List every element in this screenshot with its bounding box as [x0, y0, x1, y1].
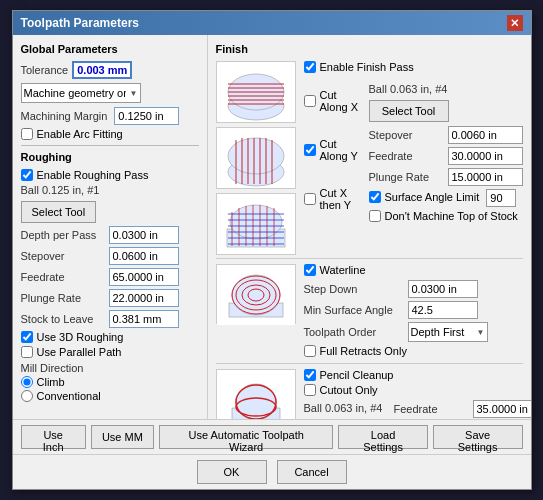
stock-to-leave-label: Stock to Leave — [21, 313, 106, 325]
save-settings-button[interactable]: Save Settings — [433, 425, 523, 449]
machine-geometry-row: Machine geometry only — [21, 83, 199, 103]
climb-radio[interactable] — [21, 376, 33, 388]
depth-per-pass-input[interactable] — [109, 226, 179, 244]
pencil-row: Pencil Cleanup Cutout Only Ball 0.063 in… — [216, 369, 523, 419]
waterline-image — [216, 264, 296, 324]
use-automatic-wizard-button[interactable]: Use Automatic Toolpath Wizard — [159, 425, 334, 449]
conventional-radio[interactable] — [21, 390, 33, 402]
cut-x-then-y-label: Cut X then Y — [320, 187, 361, 211]
pencil-feedrate-label: Feedrate — [394, 403, 469, 415]
pencil-ball-label: Ball 0.063 in, #4 — [304, 402, 384, 414]
pencil-feedrate-input[interactable] — [473, 400, 531, 418]
roughing-stepover-input[interactable] — [109, 247, 179, 265]
finish-ball-label: Ball 0.063 in, #4 — [369, 83, 523, 95]
conventional-label: Conventional — [37, 390, 101, 402]
finish-stepover-row: Stepover — [369, 126, 523, 144]
cut-along-y-checkbox[interactable] — [304, 144, 316, 156]
cutout-only-checkbox[interactable] — [304, 384, 316, 396]
enable-arc-fitting-checkbox[interactable] — [21, 128, 33, 140]
pencil-section: Pencil Cleanup Cutout Only Ball 0.063 in… — [216, 363, 523, 419]
enable-roughing-label: Enable Roughing Pass — [37, 169, 149, 181]
use-inch-button[interactable]: Use Inch — [21, 425, 86, 449]
roughing-stepover-label: Stepover — [21, 250, 106, 262]
waterline-section: Waterline Step Down Min Surface Angle To… — [216, 258, 523, 360]
full-retracts-checkbox[interactable] — [304, 345, 316, 357]
finish-controls: Enable Finish Pass Cut Along X Cut Along — [304, 61, 523, 255]
min-surface-angle-row: Min Surface Angle — [304, 301, 523, 319]
surface-angle-value-input[interactable] — [486, 189, 516, 207]
cut-x-then-y-row: Cut X then Y — [304, 187, 361, 211]
cutout-only-row: Cutout Only — [304, 384, 531, 396]
roughing-plunge-row: Plunge Rate — [21, 289, 199, 307]
tolerance-input[interactable] — [72, 61, 132, 79]
toolpath-order-dropdown[interactable]: Depth First Breadth First — [408, 322, 488, 342]
climb-radio-row: Climb — [21, 376, 199, 388]
enable-finish-pass-label: Enable Finish Pass — [320, 61, 414, 73]
enable-finish-pass-checkbox[interactable] — [304, 61, 316, 73]
finish-plunge-row: Plunge Rate — [369, 168, 523, 186]
machining-margin-input[interactable] — [114, 107, 179, 125]
tolerance-row: Tolerance — [21, 61, 199, 79]
cut-x-then-y-checkbox[interactable] — [304, 193, 316, 205]
toolpath-order-dropdown-wrapper: Depth First Breadth First — [408, 322, 488, 342]
use-3d-roughing-checkbox[interactable] — [21, 331, 33, 343]
stock-to-leave-input[interactable] — [109, 310, 179, 328]
toolpath-order-label: Toolpath Order — [304, 326, 404, 338]
roughing-plunge-label: Plunge Rate — [21, 292, 106, 304]
step-down-input[interactable] — [408, 280, 478, 298]
use-mm-button[interactable]: Use MM — [91, 425, 154, 449]
dont-machine-top-checkbox[interactable] — [369, 210, 381, 222]
toolpath-parameters-dialog: Toolpath Parameters ✕ Global Parameters … — [12, 10, 532, 490]
waterline-checkbox[interactable] — [304, 264, 316, 276]
main-content: Global Parameters Tolerance Machine geom… — [13, 35, 531, 419]
roughing-stepover-row: Stepover — [21, 247, 199, 265]
finish-plunge-input[interactable] — [448, 168, 523, 186]
title-bar: Toolpath Parameters ✕ — [13, 11, 531, 35]
pencil-image — [216, 369, 296, 419]
roughing-section-title: Roughing — [21, 151, 199, 163]
full-retracts-row: Full Retracts Only — [304, 345, 523, 357]
roughing-feedrate-label: Feedrate — [21, 271, 106, 283]
waterline-checkbox-row: Waterline — [304, 264, 523, 276]
close-button[interactable]: ✕ — [507, 15, 523, 31]
use-parallel-path-label: Use Parallel Path — [37, 346, 122, 358]
waterline-label: Waterline — [320, 264, 366, 276]
finish-select-tool-button[interactable]: Select Tool — [369, 100, 449, 122]
finish-area: Enable Finish Pass Cut Along X Cut Along — [216, 61, 523, 255]
surface-angle-limit-checkbox[interactable] — [369, 191, 381, 203]
climb-label: Climb — [37, 376, 65, 388]
pencil-cleanup-label: Pencil Cleanup — [320, 369, 394, 381]
waterline-controls: Waterline Step Down Min Surface Angle To… — [304, 264, 523, 360]
cancel-button[interactable]: Cancel — [277, 460, 347, 484]
roughing-feedrate-row: Feedrate — [21, 268, 199, 286]
use-parallel-path-row: Use Parallel Path — [21, 346, 199, 358]
finish-feedrate-input[interactable] — [448, 147, 523, 165]
roughing-select-tool-button[interactable]: Select Tool — [21, 201, 97, 223]
surface-angle-limit-label: Surface Angle Limit — [385, 191, 480, 203]
right-panel: Finish — [208, 35, 531, 419]
finish-stepover-label: Stepover — [369, 129, 444, 141]
depth-per-pass-label: Depth per Pass — [21, 229, 106, 241]
cut-along-y-label: Cut Along Y — [320, 138, 361, 162]
min-surface-angle-input[interactable] — [408, 301, 478, 319]
pencil-cleanup-checkbox[interactable] — [304, 369, 316, 381]
conventional-radio-row: Conventional — [21, 390, 199, 402]
mill-direction-label: Mill Direction — [21, 362, 199, 374]
ok-button[interactable]: OK — [197, 460, 267, 484]
step-down-row: Step Down — [304, 280, 523, 298]
machining-margin-row: Machining Margin — [21, 107, 199, 125]
use-parallel-path-checkbox[interactable] — [21, 346, 33, 358]
load-settings-button[interactable]: Load Settings — [338, 425, 427, 449]
dont-machine-top-row: Don't Machine Top of Stock — [369, 210, 523, 222]
cut-along-x-image — [216, 61, 296, 123]
finish-feedrate-label: Feedrate — [369, 150, 444, 162]
enable-roughing-checkbox[interactable] — [21, 169, 33, 181]
finish-stepover-input[interactable] — [448, 126, 523, 144]
toolpath-order-row: Toolpath Order Depth First Breadth First — [304, 322, 523, 342]
surface-angle-limit-check-row: Surface Angle Limit — [369, 191, 483, 203]
roughing-plunge-input[interactable] — [109, 289, 179, 307]
roughing-ball-label: Ball 0.125 in, #1 — [21, 184, 199, 196]
machine-geometry-dropdown[interactable]: Machine geometry only — [21, 83, 141, 103]
cut-along-x-checkbox[interactable] — [304, 95, 316, 107]
roughing-feedrate-input[interactable] — [109, 268, 179, 286]
